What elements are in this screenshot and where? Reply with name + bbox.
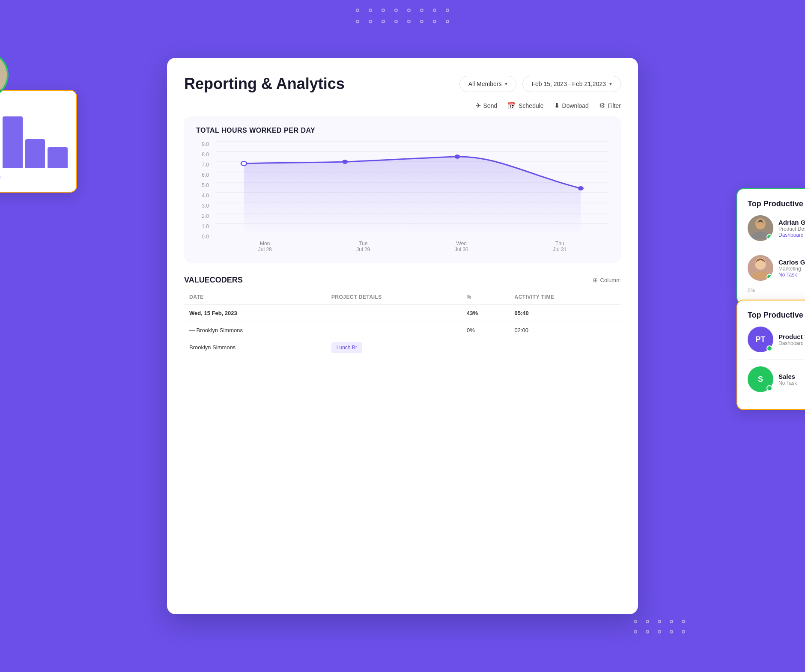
bar-chart-value: 0.00 xyxy=(0,172,68,183)
page-header: Reporting & Analytics All Members ▾ Feb … xyxy=(184,75,621,93)
members-filter-label: All Members xyxy=(468,80,502,87)
row-project xyxy=(326,322,462,339)
row-percent: 0% xyxy=(462,322,509,339)
download-icon: ⬇ xyxy=(554,101,560,110)
svg-rect-13 xyxy=(0,53,7,97)
page-title: Reporting & Analytics xyxy=(184,75,345,93)
row-time: 05:40 xyxy=(509,305,621,322)
table-row: Brooklyn Simmons Lunch Br xyxy=(184,339,621,356)
row-person: Brooklyn Simmons xyxy=(184,339,326,356)
x-label-wed: WedJul 30 xyxy=(455,241,468,253)
bars xyxy=(0,99,68,168)
employee-avatar xyxy=(748,215,773,241)
header-filters: All Members ▾ Feb 15, 2023 - Feb 21,2023… xyxy=(459,76,621,92)
bar-item xyxy=(3,116,23,168)
svg-rect-19 xyxy=(0,87,0,97)
bar-item xyxy=(48,147,68,168)
online-indicator xyxy=(766,345,772,351)
employee-task: No Task xyxy=(778,272,805,278)
svg-point-10 xyxy=(342,160,348,164)
main-card: Reporting & Analytics All Members ▾ Feb … xyxy=(167,58,638,614)
employee-info: Carlos Garcia Marketing No Task xyxy=(778,259,805,278)
employee-name: Adrian Goia xyxy=(778,219,805,226)
line-chart: MonJul 28 TueJul 29 WedJul 30 ThuJul 31 xyxy=(216,141,609,253)
col-percent: % xyxy=(462,290,509,305)
employee-row: Adrian Goia Product Design Dashboard Des… xyxy=(748,215,805,241)
download-button[interactable]: ⬇ Download xyxy=(554,101,589,110)
row-date: Wed, 15 Feb, 2023 xyxy=(184,305,326,322)
filter-button[interactable]: ⚙ Filter xyxy=(599,101,621,110)
table-header: VALUECODERS ⊞ Column: xyxy=(184,276,621,285)
chevron-down-icon: ▾ xyxy=(609,81,612,87)
svg-point-12 xyxy=(578,186,584,190)
employee-row: Carlos Garcia Marketing No Task 70% 12:3… xyxy=(748,255,805,281)
avatar-image xyxy=(0,53,7,97)
row-project xyxy=(326,305,462,322)
bar-item xyxy=(25,139,45,168)
employee-name: Carlos Garcia xyxy=(778,259,805,266)
x-label-tue: TueJul 29 xyxy=(356,241,370,253)
table-row: — Brooklyn Simmons 0% 02:00 xyxy=(184,322,621,339)
employee-task: Dashboard Design xyxy=(778,232,805,238)
card-footer: 0% 45:00 8:30:00 xyxy=(748,288,805,294)
svg-point-9 xyxy=(241,161,247,166)
team-info: Product Team Dashboard Design xyxy=(778,333,805,346)
employee-role: Marketing xyxy=(778,266,805,272)
decorative-dots-top xyxy=(356,9,449,23)
team-info: Sales No Task xyxy=(778,373,805,386)
productive-team-card: Top Productive Team PT Product Team Dash… xyxy=(736,300,805,410)
line-chart-svg xyxy=(216,141,609,235)
send-button[interactable]: ✈ Send xyxy=(475,101,498,110)
employee-avatar xyxy=(748,255,773,281)
team-row: S Sales No Task 70% 12:33 80% 5:42 xyxy=(748,366,805,392)
team-avatar: PT xyxy=(748,327,773,352)
column-selector[interactable]: ⊞ Column: xyxy=(593,277,621,283)
members-filter-button[interactable]: All Members ▾ xyxy=(459,76,517,92)
team-task: Dashboard Design xyxy=(778,340,805,346)
x-label-mon: MonJul 28 xyxy=(258,241,272,253)
date-filter-button[interactable]: Feb 15, 2023 - Feb 21,2023 ▾ xyxy=(522,76,621,92)
footer-label: 0% xyxy=(748,288,755,294)
team-name: Product Team xyxy=(778,333,805,340)
team-card-title: Top Productive Team xyxy=(748,311,805,320)
row-person: — Brooklyn Simmons xyxy=(184,322,326,339)
team-avatar: S xyxy=(748,366,773,392)
svg-point-11 xyxy=(454,155,460,159)
col-time: ACTIVITY TIME xyxy=(509,290,621,305)
org-name: VALUECODERS xyxy=(184,276,243,285)
divider xyxy=(748,248,805,248)
y-axis: 9.0 8.0 7.0 6.0 5.0 4.0 3.0 2.0 1.0 0.0 xyxy=(196,141,209,253)
employee-info: Adrian Goia Product Design Dashboard Des… xyxy=(778,219,805,238)
online-indicator xyxy=(766,274,772,280)
row-percent: 43% xyxy=(462,305,509,322)
data-table: DATE PROJECT DETAILS % ACTIVITY TIME Wed… xyxy=(184,290,621,356)
table-section: VALUECODERS ⊞ Column: DATE PROJECT DETAI… xyxy=(184,276,621,356)
row-time: 02:00 xyxy=(509,322,621,339)
team-row: PT Product Team Dashboard Design 48% 5:4… xyxy=(748,327,805,352)
divider xyxy=(748,359,805,360)
col-project: PROJECT DETAILS xyxy=(326,290,462,305)
x-label-thu: ThuJul 31 xyxy=(553,241,566,253)
team-name: Sales xyxy=(778,373,805,380)
team-task: No Task xyxy=(778,380,805,386)
online-indicator xyxy=(766,234,772,240)
x-axis: MonJul 28 TueJul 29 WedJul 30 ThuJul 31 xyxy=(216,237,609,253)
calendar-icon: 📅 xyxy=(507,101,516,110)
filter-icon: ⚙ xyxy=(599,101,605,110)
toolbar: ✈ Send 📅 Schedule ⬇ Download ⚙ Filter xyxy=(184,101,621,110)
send-icon: ✈ xyxy=(475,101,481,110)
decorative-dots-bottom xyxy=(634,620,685,633)
employees-card-title: Top Productive Employees xyxy=(748,199,805,208)
chart-title: TOTAL HOURS WORKED PER DAY xyxy=(196,127,609,134)
date-filter-label: Feb 15, 2023 - Feb 21,2023 xyxy=(531,80,606,87)
col-date: DATE xyxy=(184,290,326,305)
columns-icon: ⊞ xyxy=(593,277,598,283)
online-indicator xyxy=(766,385,772,391)
table-row: Wed, 15 Feb, 2023 43% 05:40 xyxy=(184,305,621,322)
chevron-down-icon: ▾ xyxy=(505,81,507,87)
productive-employees-card: Top Productive Employees Adrian Goia Pro… xyxy=(736,188,805,305)
bar-chart-card: 12 Hrs 9 Hrs 6 Hrs 3 Hrs 0 Hrs 0.00 xyxy=(0,90,77,193)
schedule-button[interactable]: 📅 Schedule xyxy=(507,101,543,110)
employee-role: Product Design xyxy=(778,226,805,232)
line-chart-section: TOTAL HOURS WORKED PER DAY 9.0 8.0 7.0 6… xyxy=(184,116,621,263)
